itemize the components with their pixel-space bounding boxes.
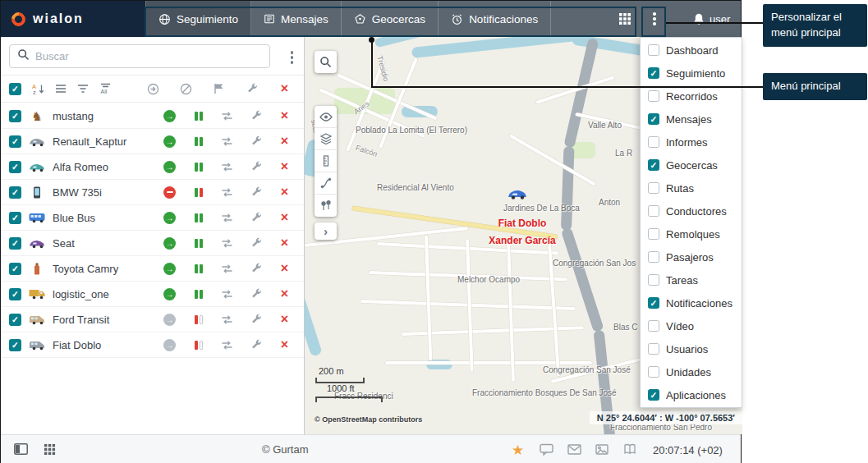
menu-item-video[interactable]: Vídeo bbox=[641, 314, 742, 337]
unit-checkbox[interactable] bbox=[9, 161, 21, 173]
footer-mail-icon[interactable] bbox=[567, 443, 581, 458]
menu-item-remolques[interactable]: Remolques bbox=[641, 222, 742, 245]
menu-item-unidades[interactable]: Unidades bbox=[641, 360, 742, 383]
unit-row-alfa-romeo[interactable]: Alfa Romeo→× bbox=[1, 154, 304, 180]
motion-state-column-icon[interactable] bbox=[142, 83, 164, 95]
menu-item-checkbox[interactable] bbox=[648, 67, 659, 79]
unit-remove-icon[interactable]: × bbox=[273, 338, 296, 351]
unit-marker-fiat-doblo[interactable] bbox=[507, 188, 528, 203]
flag-column-icon[interactable] bbox=[208, 83, 230, 94]
menu-item-recorridos[interactable]: Recorridos bbox=[641, 85, 742, 108]
menu-item-checkbox[interactable] bbox=[648, 366, 659, 378]
map-markers-icon[interactable] bbox=[315, 195, 337, 217]
menu-item-checkbox[interactable] bbox=[648, 113, 659, 125]
filter-icon[interactable] bbox=[77, 84, 89, 94]
footer-apps-grid-dark-icon[interactable] bbox=[44, 443, 56, 459]
menu-item-geocercas[interactable]: Geocercas bbox=[641, 154, 742, 176]
menu-item-checkbox[interactable] bbox=[648, 90, 659, 102]
unit-checkbox[interactable] bbox=[9, 212, 21, 224]
customize-menu-kebab-icon[interactable] bbox=[648, 10, 661, 28]
unit-remove-icon[interactable]: × bbox=[273, 287, 296, 300]
menu-item-checkbox[interactable] bbox=[648, 274, 659, 286]
unit-properties-wrench-icon[interactable] bbox=[245, 186, 267, 198]
unit-properties-wrench-icon[interactable] bbox=[245, 237, 267, 249]
unit-properties-wrench-icon[interactable] bbox=[245, 288, 267, 300]
tab-seguimiento[interactable]: Seguimiento bbox=[145, 1, 251, 37]
unit-properties-wrench-icon[interactable] bbox=[245, 161, 267, 172]
menu-item-seguimiento[interactable]: Seguimiento bbox=[641, 62, 742, 85]
tab-notificaciones[interactable]: Notificaciones bbox=[439, 1, 551, 37]
filter-all-icon[interactable]: All bbox=[99, 83, 112, 94]
menu-item-pasajeros[interactable]: Pasajeros bbox=[641, 245, 742, 268]
unit-properties-wrench-icon[interactable] bbox=[245, 110, 267, 121]
unit-checkbox[interactable] bbox=[9, 237, 21, 250]
unit-remove-icon[interactable]: × bbox=[273, 262, 296, 275]
unit-remove-icon[interactable]: × bbox=[273, 186, 296, 199]
footer-star-icon[interactable]: ★ bbox=[512, 443, 524, 458]
unit-remove-icon[interactable]: × bbox=[273, 135, 296, 148]
unit-row-mustang[interactable]: ♞mustang→× bbox=[1, 103, 304, 129]
map-layers-icon[interactable] bbox=[315, 128, 337, 150]
unit-properties-wrench-icon[interactable] bbox=[245, 212, 267, 223]
menu-item-usuarios[interactable]: Usuarios bbox=[641, 337, 742, 360]
menu-item-checkbox[interactable] bbox=[648, 297, 659, 309]
tab-geocercas[interactable]: Geocercas bbox=[342, 1, 439, 37]
menu-item-informes[interactable]: Informes bbox=[641, 131, 742, 154]
data-accuracy-column-icon[interactable] bbox=[175, 83, 197, 95]
unit-remove-icon[interactable]: × bbox=[273, 160, 296, 173]
unit-remove-icon[interactable]: × bbox=[273, 109, 296, 122]
map-routes-icon[interactable] bbox=[315, 172, 337, 195]
unit-properties-wrench-icon[interactable] bbox=[245, 135, 267, 147]
apps-grid-icon[interactable] bbox=[618, 12, 631, 29]
map-expand-chevron-icon[interactable]: › bbox=[315, 222, 337, 240]
unit-checkbox[interactable] bbox=[9, 186, 21, 199]
menu-item-checkbox[interactable] bbox=[648, 228, 659, 240]
unit-row-blue-bus[interactable]: Blue Bus→× bbox=[1, 205, 304, 231]
select-all-checkbox[interactable] bbox=[9, 83, 21, 95]
menu-item-notificaciones[interactable]: Notificaciones bbox=[641, 291, 742, 314]
properties-column-icon[interactable] bbox=[241, 83, 263, 94]
list-view-icon[interactable] bbox=[55, 84, 67, 94]
unit-properties-wrench-icon[interactable] bbox=[245, 339, 267, 351]
notifications-bell-icon[interactable] bbox=[692, 12, 705, 29]
tab-mensajes[interactable]: Mensajes bbox=[251, 1, 342, 37]
unit-row-seat[interactable]: Seat→× bbox=[1, 231, 304, 256]
menu-item-checkbox[interactable] bbox=[648, 205, 659, 217]
unit-remove-icon[interactable]: × bbox=[273, 236, 296, 250]
unit-row-ford-transit[interactable]: Ford Transit→× bbox=[1, 307, 304, 332]
menu-item-checkbox[interactable] bbox=[648, 251, 659, 263]
footer-chat-icon[interactable] bbox=[540, 443, 553, 459]
unit-checkbox[interactable] bbox=[9, 339, 21, 351]
unit-row-fiat-doblo[interactable]: Fiat Doblo→× bbox=[1, 332, 304, 358]
sort-icon[interactable]: Az bbox=[32, 83, 44, 95]
unit-checkbox[interactable] bbox=[9, 263, 21, 275]
unit-row-renault-kaptur[interactable]: Renault_Kaptur→× bbox=[1, 129, 304, 154]
panel-options-kebab-icon[interactable] bbox=[291, 51, 294, 64]
search-input[interactable] bbox=[35, 50, 262, 62]
unit-remove-icon[interactable]: × bbox=[273, 211, 296, 224]
unit-checkbox[interactable] bbox=[9, 314, 21, 326]
menu-item-conductores[interactable]: Conductores bbox=[641, 199, 742, 222]
map-search-icon[interactable] bbox=[315, 51, 337, 73]
remove-column-icon[interactable]: × bbox=[273, 82, 296, 95]
menu-item-aplicaciones[interactable]: Aplicaciones bbox=[641, 383, 742, 406]
menu-item-checkbox[interactable] bbox=[648, 44, 659, 56]
unit-checkbox[interactable] bbox=[9, 288, 21, 300]
unit-properties-wrench-icon[interactable] bbox=[245, 314, 267, 325]
menu-item-checkbox[interactable] bbox=[648, 182, 659, 194]
unit-row-toyota-camry[interactable]: Toyota Camry→× bbox=[1, 256, 304, 282]
unit-row-bmw-735i[interactable]: BMW 735i× bbox=[1, 180, 304, 205]
unit-checkbox[interactable] bbox=[9, 110, 21, 122]
menu-item-checkbox[interactable] bbox=[648, 136, 659, 148]
menu-item-checkbox[interactable] bbox=[648, 343, 659, 355]
map-ruler-icon[interactable] bbox=[315, 150, 337, 172]
menu-item-dashboard[interactable]: Dashboard bbox=[641, 39, 742, 62]
menu-item-rutas[interactable]: Rutas bbox=[641, 176, 742, 199]
map-eye-icon[interactable] bbox=[315, 106, 337, 128]
footer-journal-icon[interactable] bbox=[623, 443, 636, 458]
footer-media-icon[interactable] bbox=[595, 443, 609, 458]
menu-item-checkbox[interactable] bbox=[648, 389, 659, 401]
unit-properties-wrench-icon[interactable] bbox=[245, 263, 267, 274]
menu-item-checkbox[interactable] bbox=[648, 320, 659, 332]
menu-item-mensajes[interactable]: Mensajes bbox=[641, 108, 742, 131]
